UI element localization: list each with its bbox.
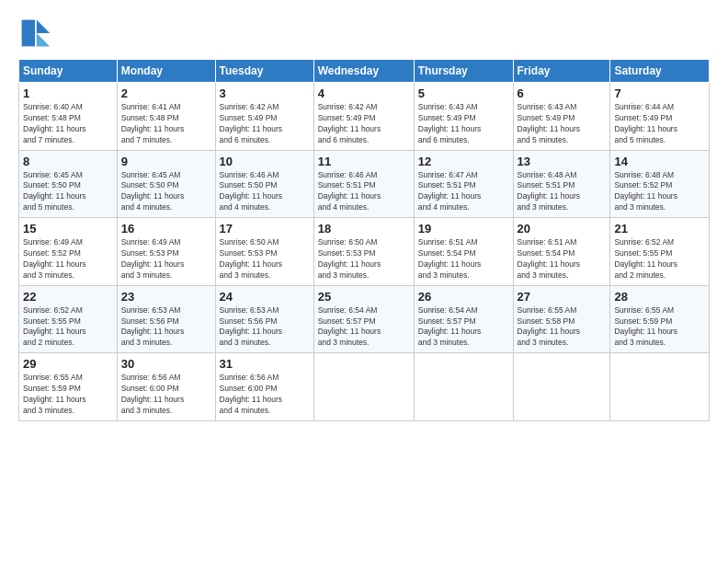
calendar-week-4: 22Sunrise: 6:52 AM Sunset: 5:55 PM Dayli… — [19, 285, 710, 353]
calendar-day-14: 14Sunrise: 6:48 AM Sunset: 5:52 PM Dayli… — [610, 150, 710, 218]
day-number-10: 10 — [220, 155, 310, 168]
day-info-27: Sunrise: 6:55 AM Sunset: 5:58 PM Dayligh… — [518, 305, 607, 350]
calendar-empty-cell — [414, 353, 513, 421]
day-number-31: 31 — [220, 357, 310, 371]
day-number-8: 8 — [23, 155, 113, 168]
calendar-day-29: 29Sunrise: 6:55 AM Sunset: 5:59 PM Dayli… — [19, 353, 118, 421]
day-number-29: 29 — [23, 357, 113, 371]
day-info-2: Sunrise: 6:41 AM Sunset: 5:48 PM Dayligh… — [121, 102, 211, 146]
calendar-week-3: 15Sunrise: 6:49 AM Sunset: 5:52 PM Dayli… — [19, 218, 710, 286]
calendar-day-25: 25Sunrise: 6:54 AM Sunset: 5:57 PM Dayli… — [313, 285, 414, 353]
calendar-day-23: 23Sunrise: 6:53 AM Sunset: 5:56 PM Dayli… — [117, 285, 215, 353]
calendar-day-12: 12Sunrise: 6:47 AM Sunset: 5:51 PM Dayli… — [414, 150, 513, 218]
day-info-11: Sunrise: 6:46 AM Sunset: 5:51 PM Dayligh… — [318, 170, 410, 214]
calendar-day-4: 4Sunrise: 6:42 AM Sunset: 5:49 PM Daylig… — [313, 83, 414, 151]
day-info-30: Sunrise: 6:56 AM Sunset: 6:00 PM Dayligh… — [121, 373, 211, 417]
calendar-day-20: 20Sunrise: 6:51 AM Sunset: 5:54 PM Dayli… — [513, 218, 610, 286]
calendar: SundayMondayTuesdayWednesdayThursdayFrid… — [18, 59, 710, 421]
page: SundayMondayTuesdayWednesdayThursdayFrid… — [0, 0, 728, 563]
day-info-14: Sunrise: 6:48 AM Sunset: 5:52 PM Dayligh… — [614, 170, 705, 214]
day-number-26: 26 — [418, 290, 509, 304]
calendar-empty-cell — [610, 353, 710, 421]
day-number-23: 23 — [121, 290, 211, 304]
calendar-day-11: 11Sunrise: 6:46 AM Sunset: 5:51 PM Dayli… — [313, 150, 414, 218]
day-number-17: 17 — [220, 222, 310, 236]
day-info-19: Sunrise: 6:51 AM Sunset: 5:54 PM Dayligh… — [418, 237, 509, 282]
calendar-day-30: 30Sunrise: 6:56 AM Sunset: 6:00 PM Dayli… — [117, 353, 215, 421]
calendar-header-thursday: Thursday — [414, 60, 513, 83]
calendar-day-22: 22Sunrise: 6:52 AM Sunset: 5:55 PM Dayli… — [19, 285, 118, 353]
day-info-24: Sunrise: 6:53 AM Sunset: 5:56 PM Dayligh… — [220, 305, 310, 350]
calendar-day-2: 2Sunrise: 6:41 AM Sunset: 5:48 PM Daylig… — [117, 83, 215, 151]
day-number-1: 1 — [23, 86, 113, 100]
day-info-1: Sunrise: 6:40 AM Sunset: 5:48 PM Dayligh… — [23, 102, 113, 146]
day-number-15: 15 — [23, 222, 113, 236]
calendar-day-16: 16Sunrise: 6:49 AM Sunset: 5:53 PM Dayli… — [117, 218, 215, 286]
day-info-10: Sunrise: 6:46 AM Sunset: 5:50 PM Dayligh… — [220, 170, 310, 214]
day-info-26: Sunrise: 6:54 AM Sunset: 5:57 PM Dayligh… — [418, 305, 509, 350]
day-info-16: Sunrise: 6:49 AM Sunset: 5:53 PM Dayligh… — [121, 237, 211, 282]
calendar-week-2: 8Sunrise: 6:45 AM Sunset: 5:50 PM Daylig… — [19, 150, 710, 218]
calendar-day-26: 26Sunrise: 6:54 AM Sunset: 5:57 PM Dayli… — [414, 285, 513, 353]
calendar-week-1: 1Sunrise: 6:40 AM Sunset: 5:48 PM Daylig… — [19, 83, 710, 151]
logo — [18, 17, 55, 50]
day-number-12: 12 — [418, 155, 509, 168]
day-info-22: Sunrise: 6:52 AM Sunset: 5:55 PM Dayligh… — [23, 305, 113, 350]
day-number-11: 11 — [318, 155, 410, 168]
calendar-day-17: 17Sunrise: 6:50 AM Sunset: 5:53 PM Dayli… — [215, 218, 313, 286]
day-info-13: Sunrise: 6:48 AM Sunset: 5:51 PM Dayligh… — [518, 170, 607, 214]
day-info-3: Sunrise: 6:42 AM Sunset: 5:49 PM Dayligh… — [220, 102, 310, 146]
day-info-28: Sunrise: 6:55 AM Sunset: 5:59 PM Dayligh… — [614, 305, 705, 350]
day-number-6: 6 — [518, 86, 607, 100]
day-info-7: Sunrise: 6:44 AM Sunset: 5:49 PM Dayligh… — [614, 102, 705, 146]
day-number-14: 14 — [614, 155, 705, 168]
calendar-day-8: 8Sunrise: 6:45 AM Sunset: 5:50 PM Daylig… — [19, 150, 118, 218]
day-number-9: 9 — [121, 155, 211, 168]
day-info-17: Sunrise: 6:50 AM Sunset: 5:53 PM Dayligh… — [220, 237, 310, 282]
calendar-day-27: 27Sunrise: 6:55 AM Sunset: 5:58 PM Dayli… — [513, 285, 610, 353]
day-info-8: Sunrise: 6:45 AM Sunset: 5:50 PM Dayligh… — [23, 170, 113, 214]
day-number-30: 30 — [121, 357, 211, 371]
day-number-7: 7 — [614, 86, 705, 100]
calendar-day-18: 18Sunrise: 6:50 AM Sunset: 5:53 PM Dayli… — [313, 218, 414, 286]
day-info-4: Sunrise: 6:42 AM Sunset: 5:49 PM Dayligh… — [318, 102, 410, 146]
calendar-day-3: 3Sunrise: 6:42 AM Sunset: 5:49 PM Daylig… — [215, 83, 313, 151]
day-info-23: Sunrise: 6:53 AM Sunset: 5:56 PM Dayligh… — [121, 305, 211, 350]
day-number-28: 28 — [614, 290, 705, 304]
day-number-4: 4 — [318, 86, 410, 100]
day-info-15: Sunrise: 6:49 AM Sunset: 5:52 PM Dayligh… — [23, 237, 113, 282]
calendar-day-1: 1Sunrise: 6:40 AM Sunset: 5:48 PM Daylig… — [19, 83, 118, 151]
calendar-day-19: 19Sunrise: 6:51 AM Sunset: 5:54 PM Dayli… — [414, 218, 513, 286]
calendar-day-7: 7Sunrise: 6:44 AM Sunset: 5:49 PM Daylig… — [610, 83, 710, 151]
day-info-9: Sunrise: 6:45 AM Sunset: 5:50 PM Dayligh… — [121, 170, 211, 214]
svg-marker-1 — [37, 33, 50, 46]
day-number-19: 19 — [418, 222, 509, 236]
calendar-day-24: 24Sunrise: 6:53 AM Sunset: 5:56 PM Dayli… — [215, 285, 313, 353]
calendar-day-5: 5Sunrise: 6:43 AM Sunset: 5:49 PM Daylig… — [414, 83, 513, 151]
day-info-6: Sunrise: 6:43 AM Sunset: 5:49 PM Dayligh… — [518, 102, 607, 146]
calendar-day-10: 10Sunrise: 6:46 AM Sunset: 5:50 PM Dayli… — [215, 150, 313, 218]
calendar-header-saturday: Saturday — [610, 60, 710, 83]
day-number-5: 5 — [418, 86, 509, 100]
calendar-day-13: 13Sunrise: 6:48 AM Sunset: 5:51 PM Dayli… — [513, 150, 610, 218]
day-number-27: 27 — [518, 290, 607, 304]
day-info-31: Sunrise: 6:56 AM Sunset: 6:00 PM Dayligh… — [220, 373, 310, 417]
day-info-12: Sunrise: 6:47 AM Sunset: 5:51 PM Dayligh… — [418, 170, 509, 214]
svg-marker-0 — [37, 20, 50, 33]
calendar-empty-cell — [313, 353, 414, 421]
day-number-13: 13 — [518, 155, 607, 168]
calendar-header-friday: Friday — [513, 60, 610, 83]
day-number-3: 3 — [220, 86, 310, 100]
calendar-header-wednesday: Wednesday — [313, 60, 414, 83]
day-info-5: Sunrise: 6:43 AM Sunset: 5:49 PM Dayligh… — [418, 102, 509, 146]
day-number-24: 24 — [220, 290, 310, 304]
day-number-20: 20 — [518, 222, 607, 236]
header-area — [18, 17, 710, 50]
calendar-day-15: 15Sunrise: 6:49 AM Sunset: 5:52 PM Dayli… — [19, 218, 118, 286]
day-info-21: Sunrise: 6:52 AM Sunset: 5:55 PM Dayligh… — [614, 237, 705, 282]
calendar-empty-cell — [513, 353, 610, 421]
logo-icon — [18, 17, 51, 50]
calendar-day-9: 9Sunrise: 6:45 AM Sunset: 5:50 PM Daylig… — [117, 150, 215, 218]
day-info-18: Sunrise: 6:50 AM Sunset: 5:53 PM Dayligh… — [318, 237, 410, 282]
day-info-20: Sunrise: 6:51 AM Sunset: 5:54 PM Dayligh… — [518, 237, 607, 282]
